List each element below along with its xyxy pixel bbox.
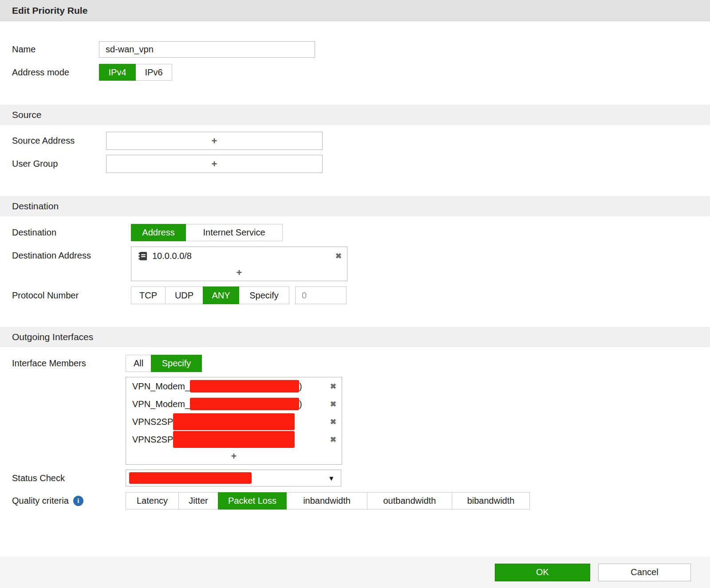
quality-option-bibandwidth[interactable]: bibandwidth [452,492,530,510]
quality-option-jitter[interactable]: Jitter [178,492,218,510]
redacted-value [129,472,252,484]
destination-address-value: 10.0.0.0/8 [152,251,192,261]
user-group-label: User Group [12,159,106,169]
user-group-add-button[interactable]: + [106,155,323,173]
destination-toggle-row: Destination Address Internet Service [12,224,710,241]
quality-option-packet-loss[interactable]: Packet Loss [218,492,287,510]
address-mode-ipv4[interactable]: IPv4 [99,64,136,81]
destination-option-internet-service[interactable]: Internet Service [185,224,283,241]
info-icon[interactable]: i [73,496,83,506]
caret-down-icon: ▼ [328,474,335,482]
interface-members-list-row: VPN_Modem_ ) ✖ VPN_Modem_ ) ✖ VPNS2SP ✖ … [12,377,710,465]
quality-criteria-label: Quality criteria [12,496,69,506]
protocol-number-label: Protocol Number [12,290,131,301]
quality-option-inbandwidth[interactable]: inbandwidth [286,492,367,510]
destination-section-heading: Destination [0,196,710,216]
remove-member-icon[interactable]: ✖ [330,400,336,409]
protocol-option-udp[interactable]: UDP [165,286,203,304]
protocol-number-input [295,286,347,304]
interface-member-row: VPNS2SP ✖ [126,431,342,448]
cancel-button[interactable]: Cancel [598,564,691,581]
plus-icon: + [237,267,242,278]
quality-option-outbandwidth[interactable]: outbandwidth [367,492,452,510]
interface-members-toggle: All Specify [126,355,202,372]
source-address-add-button[interactable]: + [106,132,323,150]
interface-members-label: Interface Members [12,358,126,368]
redacted-value [190,380,299,392]
interface-member-row: VPN_Modem_ ) ✖ [126,395,342,413]
plus-icon: + [231,451,237,462]
destination-address-label: Destination Address [12,247,131,264]
redacted-value [190,398,299,410]
address-object-icon [138,251,148,261]
interface-members-option-specify[interactable]: Specify [151,355,202,372]
source-address-label: Source Address [12,136,106,146]
source-address-row: Source Address + [12,132,710,150]
protocol-number-toggle: TCP UDP ANY Specify [131,286,289,304]
remove-destination-address-icon[interactable]: ✖ [335,251,342,261]
destination-toggle: Address Internet Service [131,224,283,241]
address-mode-label: Address mode [12,67,99,78]
source-section-heading: Source [0,105,710,125]
user-group-row: User Group + [12,155,710,173]
interface-member-row: VPN_Modem_ ) ✖ [126,377,342,395]
quality-criteria-toggle: Latency Jitter Packet Loss inbandwidth o… [126,492,530,510]
name-input[interactable] [99,41,315,58]
name-label: Name [12,44,99,55]
address-mode-row: Address mode IPv4 IPv6 [12,64,710,81]
dialog-footer: OK Cancel [0,557,710,588]
outgoing-interfaces-section-heading: Outgoing Interfaces [0,327,710,347]
destination-label: Destination [12,227,131,238]
protocol-option-tcp[interactable]: TCP [131,286,166,304]
quality-criteria-row: Quality criteria i Latency Jitter Packet… [12,492,710,510]
interface-members-row: Interface Members All Specify [12,355,710,372]
interface-member-label: VPN_Modem_ [132,381,190,392]
ok-button[interactable]: OK [495,564,590,581]
interface-member-row: VPNS2SP ✖ [126,413,342,431]
remove-member-icon[interactable]: ✖ [330,382,336,391]
dialog-title: Edit Priority Rule [0,0,710,21]
add-interface-member-button[interactable]: + [126,448,342,464]
address-mode-ipv6[interactable]: IPv6 [135,64,172,81]
status-check-label: Status Check [12,473,126,483]
interface-member-label: VPNS2SP [132,417,173,427]
status-check-dropdown[interactable]: ▼ [126,470,341,486]
plus-icon: + [212,135,217,147]
add-destination-address-button[interactable]: + [131,265,347,281]
remove-member-icon[interactable]: ✖ [330,417,336,427]
destination-option-address[interactable]: Address [131,224,186,241]
destination-address-box: 10.0.0.0/8 ✖ + [131,247,347,281]
address-mode-toggle: IPv4 IPv6 [99,64,172,81]
interface-members-box: VPN_Modem_ ) ✖ VPN_Modem_ ) ✖ VPNS2SP ✖ … [126,377,342,465]
protocol-number-row: Protocol Number TCP UDP ANY Specify [12,286,710,304]
interface-member-suffix: ) [299,399,302,409]
remove-member-icon[interactable]: ✖ [330,435,336,444]
plus-icon: + [212,158,217,170]
quality-criteria-label-wrap: Quality criteria i [12,496,126,506]
destination-address-entry: 10.0.0.0/8 ✖ [131,247,347,265]
interface-members-option-all[interactable]: All [126,355,151,372]
interface-member-suffix: ) [299,381,302,392]
status-check-row: Status Check ▼ [12,470,710,486]
interface-member-label: VPNS2SP [132,435,173,445]
edit-priority-rule-dialog: Edit Priority Rule Name Address mode IPv… [0,0,710,588]
protocol-option-specify[interactable]: Specify [239,286,289,304]
redacted-value [173,431,295,448]
name-row: Name [12,41,710,58]
destination-address-row: Destination Address 10.0.0.0/8 ✖ [12,247,710,281]
quality-option-latency[interactable]: Latency [126,492,179,510]
redacted-value [173,413,295,430]
interface-member-label: VPN_Modem_ [132,399,190,409]
protocol-option-any[interactable]: ANY [203,286,239,304]
